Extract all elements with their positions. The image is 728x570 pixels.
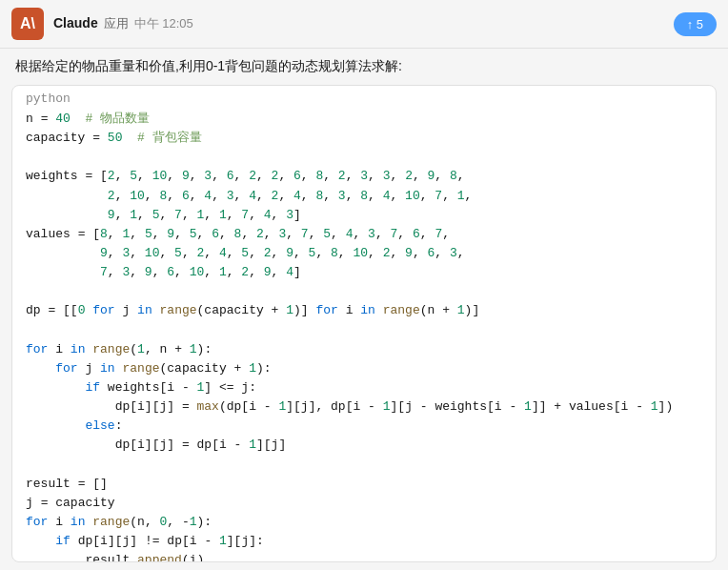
code-block[interactable]: n = 40 # 物品数量 capacity = 50 # 背包容量 weigh… (12, 108, 716, 562)
sender-name: Claude (53, 15, 98, 31)
code-lang-label: python (12, 86, 716, 108)
avatar: A\ (11, 8, 44, 40)
code-container: python n = 40 # 物品数量 capacity = 50 # 背包容… (11, 85, 717, 562)
message-text: 根据给定的物品重量和价值,利用0-1背包问题的动态规划算法求解: (0, 49, 728, 81)
message-time: 中午 12:05 (134, 15, 193, 32)
header-info: Claude 应用 中午 12:05 (53, 15, 674, 32)
up-button[interactable]: ↑ 5 (674, 12, 717, 36)
message-header: A\ Claude 应用 中午 12:05 ↑ 5 (0, 0, 728, 49)
main-container: A\ Claude 应用 中午 12:05 ↑ 5 根据给定的物品重量和价值,利… (0, 0, 728, 570)
app-label: 应用 (104, 15, 129, 32)
